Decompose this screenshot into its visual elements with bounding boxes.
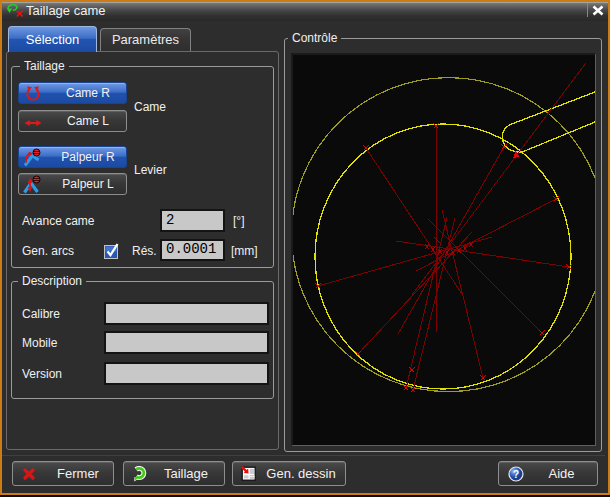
svg-text:?: ? (513, 469, 519, 480)
